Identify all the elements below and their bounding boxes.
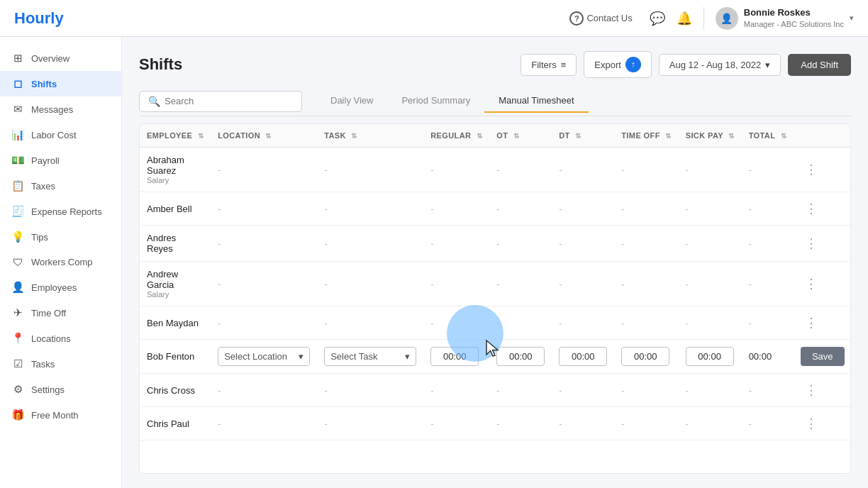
sidebar-item-messages[interactable]: ✉Messages <box>0 96 121 122</box>
sidebar-item-tasks[interactable]: ☑Tasks <box>0 351 121 377</box>
sidebar-item-tips[interactable]: 💡Tips <box>0 224 121 250</box>
time-off-cell[interactable] <box>614 340 678 374</box>
sidebar-item-taxes[interactable]: 📋Taxes <box>0 173 121 199</box>
ot-input[interactable] <box>496 347 545 366</box>
actions-cell[interactable]: ⋮ <box>794 262 851 306</box>
sidebar-item-expense-reports[interactable]: 🧾Expense Reports <box>0 199 121 224</box>
dt-input[interactable] <box>559 347 607 366</box>
chat-icon[interactable]: 💬 <box>650 11 665 26</box>
actions-cell[interactable]: ⋮ <box>794 407 851 440</box>
more-options-button[interactable]: ⋮ <box>801 414 822 433</box>
actions-cell[interactable]: Save <box>794 340 851 374</box>
add-shift-button[interactable]: Add Shift <box>788 54 851 76</box>
ot-cell: - <box>489 374 552 407</box>
sidebar-item-employees[interactable]: 👤Employees <box>0 274 121 300</box>
sidebar-item-workers-comp[interactable]: 🛡Workers Comp <box>0 250 121 274</box>
more-options-button[interactable]: ⋮ <box>801 199 822 218</box>
employee-cell: Amber Bell <box>140 192 211 226</box>
dt-cell: - <box>552 226 614 262</box>
sidebar-label-free-month: Free Month <box>31 410 78 421</box>
more-options-button[interactable]: ⋮ <box>801 381 822 399</box>
time-off-input[interactable] <box>621 347 669 366</box>
ot-cell[interactable] <box>489 340 552 374</box>
expense-reports-icon: 🧾 <box>11 205 24 218</box>
employee-cell: Bob Fenton <box>140 340 211 374</box>
user-menu[interactable]: 👤 Bonnie Roskes Manager - ABC Solutions … <box>716 7 854 30</box>
col-header-total[interactable]: Total ⇅ <box>742 124 794 148</box>
date-range-button[interactable]: Aug 12 - Aug 18, 2022 ▾ <box>659 54 781 76</box>
search-icon: 🔍 <box>148 96 160 107</box>
sidebar-item-settings[interactable]: ⚙Settings <box>0 377 121 402</box>
tab-period-summary[interactable]: Period Summary <box>387 89 484 113</box>
employee-cell: Andrew Garcia Salary <box>140 262 211 306</box>
location-select[interactable]: Select Location ▾ <box>218 347 310 366</box>
chevron-down-icon: ▾ <box>405 351 410 362</box>
date-range-text: Aug 12 - Aug 18, 2022 <box>669 60 761 70</box>
sidebar-item-overview[interactable]: ⊞Overview <box>0 45 121 71</box>
more-options-button[interactable]: ⋮ <box>801 274 822 293</box>
chevron-down-icon: ▾ <box>765 60 770 70</box>
settings-icon: ⚙ <box>11 383 24 396</box>
employee-name: Chris Cross <box>147 385 204 396</box>
sidebar-label-overview: Overview <box>31 53 69 64</box>
task-cell: - <box>317 148 423 192</box>
task-dropdown[interactable]: Select Task <box>330 351 402 362</box>
sidebar-item-shifts[interactable]: ◻Shifts <box>0 71 121 96</box>
employee-cell: Ben Maydan <box>140 306 211 340</box>
save-button[interactable]: Save <box>801 347 845 366</box>
regular-cell[interactable] <box>423 340 489 374</box>
more-options-button[interactable]: ⋮ <box>801 160 822 179</box>
location-dropdown[interactable]: Select Location <box>224 351 296 362</box>
sort-icon-sick-pay: ⇅ <box>728 132 734 140</box>
sidebar-item-labor-cost[interactable]: 📊Labor Cost <box>0 122 121 148</box>
regular-input[interactable] <box>430 347 479 366</box>
ot-cell: - <box>489 306 552 340</box>
task-cell[interactable]: Select Task ▾ <box>317 340 423 374</box>
sidebar-item-free-month[interactable]: 🎁Free Month <box>0 402 121 428</box>
employee-name: Ben Maydan <box>147 318 204 328</box>
sick-pay-cell[interactable] <box>679 340 742 374</box>
col-header-location[interactable]: Location ⇅ <box>211 124 317 148</box>
dt-cell[interactable] <box>552 340 614 374</box>
actions-cell[interactable]: ⋮ <box>794 306 851 340</box>
sick-pay-cell: - <box>679 192 742 226</box>
col-header-actions[interactable] <box>794 124 851 148</box>
bell-icon[interactable]: 🔔 <box>677 11 692 26</box>
col-header-regular[interactable]: Regular ⇅ <box>423 124 489 148</box>
col-header-employee[interactable]: Employee ⇅ <box>140 124 211 148</box>
total-value: 00:00 <box>749 351 772 362</box>
sidebar-item-locations[interactable]: 📍Locations <box>0 326 121 351</box>
tab-manual-timesheet[interactable]: Manual Timesheet <box>484 89 588 113</box>
regular-cell: - <box>423 226 489 262</box>
sick-pay-cell: - <box>679 148 742 192</box>
more-options-button[interactable]: ⋮ <box>801 314 822 332</box>
tab-daily-view[interactable]: Daily View <box>316 89 387 113</box>
task-select[interactable]: Select Task ▾ <box>324 347 416 366</box>
col-header-dt[interactable]: DT ⇅ <box>552 124 614 148</box>
actions-cell[interactable]: ⋮ <box>794 226 851 262</box>
more-options-button[interactable]: ⋮ <box>801 234 822 253</box>
export-cloud-icon: ↑ <box>625 57 641 72</box>
export-button[interactable]: Export ↑ <box>584 51 652 78</box>
sidebar-label-shifts: Shifts <box>31 79 57 89</box>
time-off-cell: - <box>614 262 678 306</box>
actions-cell[interactable]: ⋮ <box>794 374 851 407</box>
col-header-time-off[interactable]: Time Off ⇅ <box>614 124 678 148</box>
sidebar-item-time-off[interactable]: ✈Time Off <box>0 300 121 326</box>
time-off-cell: - <box>614 306 678 340</box>
sick-pay-input[interactable] <box>686 347 734 366</box>
filters-button[interactable]: Filters ≡ <box>521 54 577 76</box>
search-input[interactable] <box>165 96 293 106</box>
col-header-task[interactable]: Task ⇅ <box>317 124 423 148</box>
app-logo: Hourly <box>14 9 64 28</box>
col-header-ot[interactable]: OT ⇅ <box>489 124 552 148</box>
actions-cell[interactable]: ⋮ <box>794 192 851 226</box>
contact-us-button[interactable]: ? Contact Us <box>564 9 638 28</box>
table-row: Amber Bell - - - - - - - - ⋮ <box>140 192 851 226</box>
actions-cell[interactable]: ⋮ <box>794 148 851 192</box>
dt-cell: - <box>552 374 614 407</box>
location-cell[interactable]: Select Location ▾ <box>211 340 317 374</box>
payroll-icon: 💵 <box>11 154 24 167</box>
sidebar-item-payroll[interactable]: 💵Payroll <box>0 148 121 173</box>
col-header-sick-pay[interactable]: Sick Pay ⇅ <box>679 124 742 148</box>
